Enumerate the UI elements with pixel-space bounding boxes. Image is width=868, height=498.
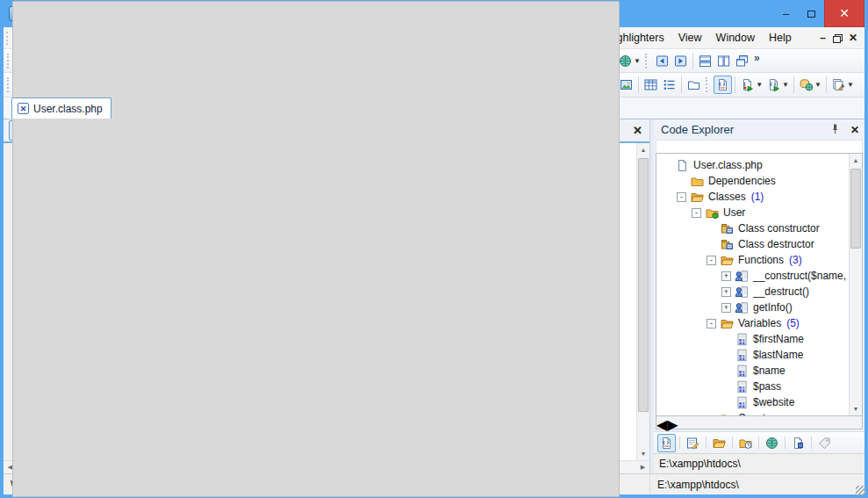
tree-item-getinfo[interactable]: +getInfo() xyxy=(656,300,849,315)
dropdown-arrow-icon[interactable]: ▼ xyxy=(847,81,854,89)
snippets-tab-button[interactable] xyxy=(736,434,755,452)
editor-vertical-scrollbar[interactable]: ▲ ▼ xyxy=(636,143,649,460)
previous-tab-button[interactable] xyxy=(653,52,671,70)
code-explorer-tab-button[interactable] xyxy=(657,434,676,452)
insert-list-button[interactable] xyxy=(660,76,678,94)
scroll-up-icon[interactable]: ▲ xyxy=(637,143,649,156)
collapse-icon[interactable]: - xyxy=(707,319,716,328)
insert-table-button[interactable] xyxy=(642,76,660,94)
tree-item-user-class-php[interactable]: User.class.php xyxy=(656,157,849,173)
tree-item-lastname[interactable]: $lastName xyxy=(656,347,849,363)
dropdown-arrow-icon[interactable]: ▼ xyxy=(814,81,821,89)
tree-item-functions[interactable]: -Functions(3) xyxy=(656,252,849,268)
tab-close-icon[interactable]: ✕ xyxy=(18,103,29,114)
collapse-icon[interactable]: - xyxy=(692,208,701,218)
debug-script-button[interactable]: ▼ xyxy=(738,76,764,94)
toolbar-separator xyxy=(692,53,693,69)
mdi-close-button[interactable]: ✕ xyxy=(849,32,857,44)
next-tab-button[interactable] xyxy=(671,52,690,70)
tag-tab-button[interactable] xyxy=(815,434,834,452)
toolbar-overflow-icon[interactable]: » xyxy=(754,52,760,64)
dropdown-arrow-icon[interactable]: ▼ xyxy=(782,81,789,89)
map-tab-button[interactable] xyxy=(789,434,807,452)
expand-icon[interactable]: + xyxy=(721,303,731,313)
toolbar-separator xyxy=(758,437,759,449)
tree-item-variables[interactable]: -Variables(5) xyxy=(656,315,849,331)
tree-vertical-scrollbar[interactable]: ▲ ▼ xyxy=(849,154,862,415)
tree-scroll-left-icon[interactable]: ◀ xyxy=(656,416,667,429)
maximize-icon xyxy=(807,11,815,18)
php-browser-button[interactable]: ▼ xyxy=(797,76,823,94)
run-script-button[interactable]: ▼ xyxy=(764,76,791,94)
tree-item-website[interactable]: $website xyxy=(656,394,849,410)
tree-item-class-destructor[interactable]: Class destructor xyxy=(656,236,849,252)
insert-image-button[interactable] xyxy=(617,76,635,94)
browser-preview-icon xyxy=(618,54,633,69)
dropdown-arrow-icon[interactable]: ▼ xyxy=(634,57,641,65)
class-icon xyxy=(705,206,720,220)
collapse-icon[interactable]: - xyxy=(707,256,716,265)
mdi-restore-button[interactable] xyxy=(833,34,842,42)
tree-item-label: Class constructor xyxy=(738,222,820,235)
code-view-close-icon[interactable]: ✕ xyxy=(633,124,642,137)
web-tab-button[interactable] xyxy=(763,434,781,452)
menu-item-view[interactable]: View xyxy=(671,29,709,47)
scroll-right-icon[interactable]: ▶ xyxy=(636,461,649,473)
tree-item-pass[interactable]: $pass xyxy=(656,379,849,394)
tree-item-firstname[interactable]: $firstName xyxy=(656,331,849,347)
maximize-button[interactable] xyxy=(799,0,824,27)
panel-close-icon[interactable]: ✕ xyxy=(850,124,859,136)
dropdown-arrow-icon[interactable]: ▼ xyxy=(756,81,763,89)
tree-item-class-constructor[interactable]: Class constructor xyxy=(656,220,849,236)
pin-icon[interactable] xyxy=(828,122,843,137)
php-browser-icon xyxy=(799,77,814,92)
mdi-minimize-button[interactable]: – xyxy=(820,32,826,44)
editor-tab-button[interactable] xyxy=(684,434,702,452)
style-editor-icon xyxy=(831,77,846,92)
variable-icon xyxy=(735,379,750,394)
style-editor-button[interactable]: ▼ xyxy=(829,76,856,94)
resize-grip[interactable] xyxy=(856,486,866,496)
code-view-button[interactable] xyxy=(714,76,732,94)
scroll-down-icon[interactable]: ▼ xyxy=(637,447,649,460)
tree-scroll-down-icon[interactable]: ▼ xyxy=(850,402,862,415)
expand-icon[interactable]: + xyxy=(721,271,731,281)
tree-horizontal-scrollbar[interactable]: ◀ ▶ xyxy=(656,416,863,429)
collapse-icon[interactable]: - xyxy=(677,192,686,202)
toolbar-separator xyxy=(732,437,733,449)
menu-item-window[interactable]: Window xyxy=(709,29,762,47)
toolbar-grip[interactable] xyxy=(706,77,710,92)
expand-icon[interactable]: + xyxy=(721,287,731,297)
folder-outline-button[interactable] xyxy=(685,76,703,94)
insert-table-icon xyxy=(643,77,658,92)
menu-item-help[interactable]: Help xyxy=(762,29,799,47)
cascade-windows-button[interactable] xyxy=(733,52,751,70)
code-explorer-title: Code Explorer xyxy=(661,123,734,136)
tree-item-label: $firstName xyxy=(753,333,804,345)
tree-item-name[interactable]: $name xyxy=(656,363,849,379)
close-button[interactable]: ✕ xyxy=(824,0,864,27)
tree-item-construct-name-pas[interactable]: +__construct($name, $pas xyxy=(656,268,849,284)
split-vertical-button[interactable] xyxy=(714,52,733,70)
toolbar-grip[interactable] xyxy=(7,54,11,69)
tree-item-label: getInfo() xyxy=(753,301,793,314)
tree-scroll-up-icon[interactable]: ▲ xyxy=(850,154,862,167)
file-browser-tab-button[interactable] xyxy=(710,434,728,452)
folder-open-icon xyxy=(690,190,705,205)
browser-preview-button[interactable]: ▼ xyxy=(616,52,642,70)
next-tab-icon xyxy=(673,54,688,69)
tree-item-dependencies[interactable]: Dependencies xyxy=(656,173,849,189)
toolbar-grip[interactable] xyxy=(7,77,11,92)
toolbar-grip[interactable] xyxy=(645,54,649,69)
tree-scroll-right-icon[interactable]: ▶ xyxy=(667,416,678,429)
split-horizontal-button[interactable] xyxy=(696,52,714,70)
tree-item-consts[interactable]: Consts xyxy=(656,410,849,415)
tab-user.class.php[interactable]: ✕User.class.php xyxy=(11,97,111,119)
tree-item-label: $pass xyxy=(753,380,781,393)
minimize-button[interactable]: – xyxy=(773,0,799,27)
tree-item-user[interactable]: -User xyxy=(656,205,849,220)
toolbar-separator xyxy=(735,76,735,93)
tree-item-destruct[interactable]: +__destruct() xyxy=(656,284,849,300)
tree-item-classes[interactable]: -Classes(1) xyxy=(656,189,849,205)
snippets-tab-icon xyxy=(738,436,753,451)
